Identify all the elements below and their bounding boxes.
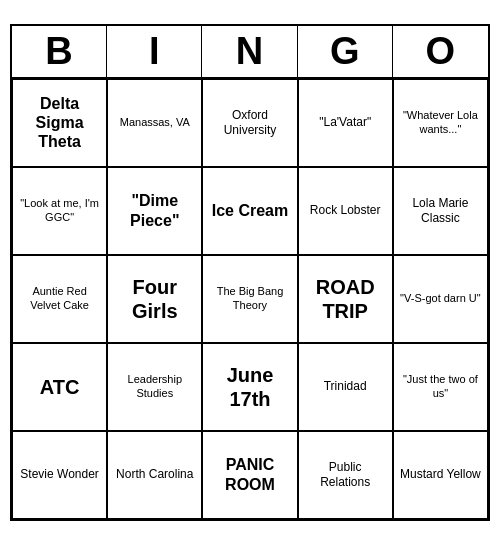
bingo-cell: Trinidad bbox=[298, 343, 393, 431]
bingo-cell: Delta Sigma Theta bbox=[12, 79, 107, 167]
bingo-cell: North Carolina bbox=[107, 431, 202, 519]
header-letter: O bbox=[393, 26, 488, 77]
bingo-cell: "Just the two of us" bbox=[393, 343, 488, 431]
bingo-cell: Oxford University bbox=[202, 79, 297, 167]
bingo-cell: Four Girls bbox=[107, 255, 202, 343]
bingo-cell: Ice Cream bbox=[202, 167, 297, 255]
bingo-cell: Public Relations bbox=[298, 431, 393, 519]
bingo-cell: The Big Bang Theory bbox=[202, 255, 297, 343]
bingo-cell: June 17th bbox=[202, 343, 297, 431]
header-letter: N bbox=[202, 26, 297, 77]
bingo-cell: "La'Vatar" bbox=[298, 79, 393, 167]
bingo-cell: Rock Lobster bbox=[298, 167, 393, 255]
bingo-cell: Mustard Yellow bbox=[393, 431, 488, 519]
bingo-cell: ATC bbox=[12, 343, 107, 431]
bingo-cell: Manassas, VA bbox=[107, 79, 202, 167]
header-letter: G bbox=[298, 26, 393, 77]
bingo-cell: Lola Marie Classic bbox=[393, 167, 488, 255]
bingo-cell: PANIC ROOM bbox=[202, 431, 297, 519]
bingo-cell: "Look at me, I'm GGC" bbox=[12, 167, 107, 255]
bingo-cell: "Dime Piece" bbox=[107, 167, 202, 255]
header-letter: I bbox=[107, 26, 202, 77]
bingo-card: BINGO Delta Sigma ThetaManassas, VAOxfor… bbox=[10, 24, 490, 521]
bingo-cell: Auntie Red Velvet Cake bbox=[12, 255, 107, 343]
header-letter: B bbox=[12, 26, 107, 77]
bingo-header: BINGO bbox=[12, 26, 488, 79]
bingo-cell: ROAD TRIP bbox=[298, 255, 393, 343]
bingo-cell: Leadership Studies bbox=[107, 343, 202, 431]
bingo-grid: Delta Sigma ThetaManassas, VAOxford Univ… bbox=[12, 79, 488, 519]
bingo-cell: "Whatever Lola wants..." bbox=[393, 79, 488, 167]
bingo-cell: "V-S-got darn U" bbox=[393, 255, 488, 343]
bingo-cell: Stevie Wonder bbox=[12, 431, 107, 519]
